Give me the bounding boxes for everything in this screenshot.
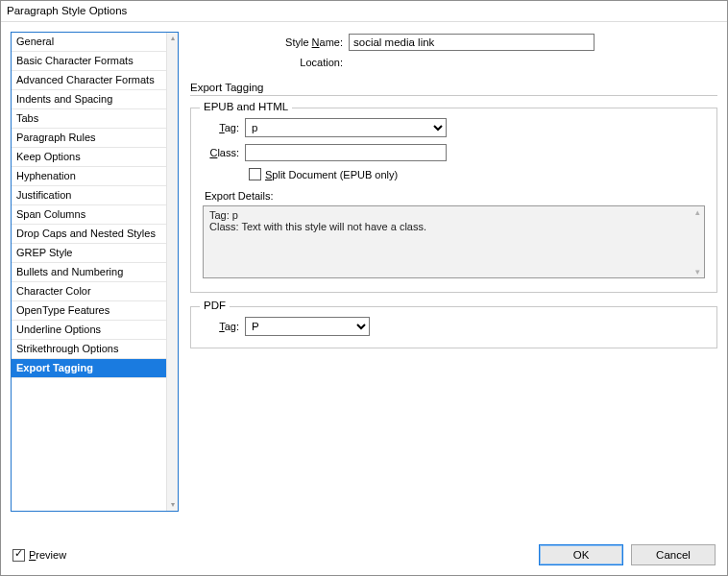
sidebar-item[interactable]: Basic Character Formats <box>12 52 166 71</box>
sidebar-item[interactable]: Advanced Character Formats <box>12 71 166 90</box>
sidebar-item[interactable]: Strikethrough Options <box>12 340 166 359</box>
preview-toggle[interactable]: Preview <box>12 549 66 562</box>
split-document-checkbox[interactable] <box>249 168 261 180</box>
sidebar-item[interactable]: Bullets and Numbering <box>12 263 166 282</box>
sidebar-item[interactable]: Span Columns <box>12 205 166 225</box>
cancel-button[interactable]: Cancel <box>631 544 716 565</box>
sidebar-item[interactable]: Export Tagging <box>12 359 166 378</box>
sidebar-item[interactable]: Keep Options <box>12 148 166 167</box>
export-details-label: Export Details: <box>205 190 705 202</box>
sidebar-scrollbar[interactable]: ▴ ▾ <box>166 33 178 511</box>
fieldset-pdf: PDF Tag: P <box>190 306 717 348</box>
section-title: Export Tagging <box>190 82 717 93</box>
sidebar-list: GeneralBasic Character FormatsAdvanced C… <box>12 33 166 511</box>
export-details-scrollbar[interactable]: ▴ ▾ <box>691 206 704 277</box>
fieldset-epub-html: EPUB and HTML Tag: p Class: Split Docume… <box>190 108 717 293</box>
export-details-box: Tag: p Class: Text with this style will … <box>203 205 705 278</box>
sidebar-item[interactable]: General <box>12 33 166 52</box>
sidebar-item[interactable]: Indents and Spacing <box>12 90 166 109</box>
fieldset-epub-legend: EPUB and HTML <box>200 101 292 112</box>
epub-class-label: Class: <box>203 147 245 158</box>
sidebar-item[interactable]: Justification <box>12 186 166 205</box>
dialog-body: GeneralBasic Character FormatsAdvanced C… <box>1 22 727 539</box>
scroll-down-icon[interactable]: ▾ <box>167 499 178 511</box>
epub-tag-label: Tag: <box>203 122 245 133</box>
sidebar-item[interactable]: Underline Options <box>12 321 166 340</box>
location-label: Location: <box>190 57 349 68</box>
style-name-label: Style Name: <box>190 36 349 48</box>
dialog-footer: Preview OK Cancel <box>1 539 727 575</box>
sidebar: GeneralBasic Character FormatsAdvanced C… <box>11 32 179 512</box>
section-divider <box>190 95 717 96</box>
export-details-line1: Tag: p <box>209 209 698 221</box>
export-details-line2: Class: Text with this style will not hav… <box>209 221 698 232</box>
epub-class-input[interactable] <box>245 144 447 161</box>
preview-checkbox[interactable] <box>12 549 25 562</box>
fieldset-pdf-legend: PDF <box>200 300 230 311</box>
sidebar-item[interactable]: Tabs <box>12 109 166 129</box>
ok-button[interactable]: OK <box>539 544 623 565</box>
sidebar-item[interactable]: OpenType Features <box>12 301 166 321</box>
split-document-label: Split Document (EPUB only) <box>265 169 398 180</box>
scroll-up-icon[interactable]: ▴ <box>167 33 178 44</box>
scroll-up-icon[interactable]: ▴ <box>691 207 704 217</box>
style-name-input[interactable] <box>349 34 595 51</box>
epub-tag-select[interactable]: p <box>245 118 447 137</box>
titlebar: Paragraph Style Options <box>1 1 727 22</box>
sidebar-item[interactable]: Drop Caps and Nested Styles <box>12 225 166 244</box>
pdf-tag-label: Tag: <box>203 321 245 332</box>
pdf-tag-select[interactable]: P <box>245 317 370 336</box>
sidebar-item[interactable]: Hyphenation <box>12 167 166 186</box>
dialog-paragraph-style-options: Paragraph Style Options GeneralBasic Cha… <box>0 0 728 576</box>
sidebar-item[interactable]: GREP Style <box>12 244 166 263</box>
main-panel: Style Name: Location: Export Tagging EPU… <box>190 32 717 362</box>
scroll-down-icon[interactable]: ▾ <box>691 267 704 276</box>
sidebar-item[interactable]: Character Color <box>12 282 166 301</box>
preview-label: Preview <box>29 549 66 561</box>
sidebar-item[interactable]: Paragraph Rules <box>12 129 166 148</box>
